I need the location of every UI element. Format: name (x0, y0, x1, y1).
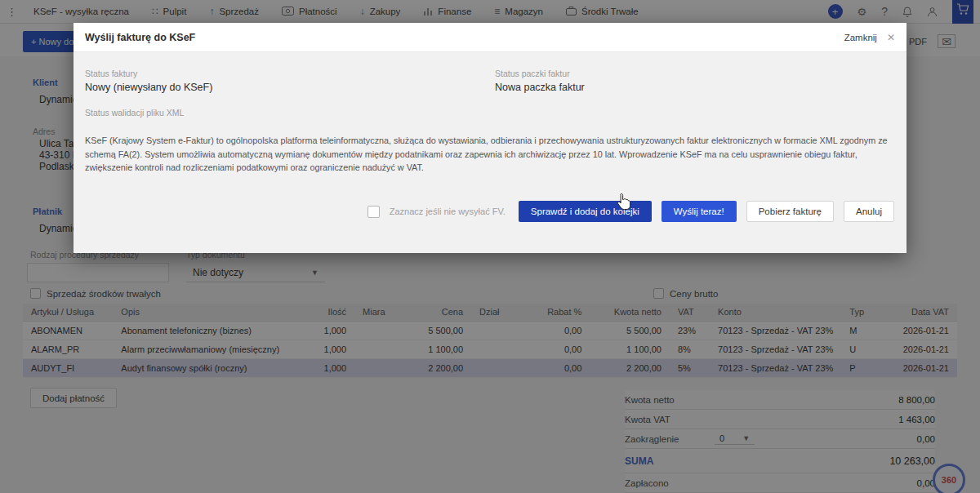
download-invoice-button[interactable]: Pobierz fakturę (746, 201, 834, 222)
modal-header: Wyślij fakturę do KSeF Zamknij ✕ (74, 23, 906, 52)
modal-title: Wyślij fakturę do KSeF (85, 32, 195, 43)
package-status-field: Status paczki faktur Nowa paczka faktur (495, 69, 585, 93)
skip-send-checkbox[interactable] (368, 206, 380, 218)
modal-body: Status faktury Nowy (niewysłany do KSeF)… (74, 52, 906, 253)
ksef-send-modal: Wyślij fakturę do KSeF Zamknij ✕ Status … (74, 23, 906, 253)
status-section: Status faktury Nowy (niewysłany do KSeF)… (85, 69, 895, 134)
modal-actions: Zaznacz jeśli nie wysyłać FV. Sprawdź i … (74, 201, 894, 222)
ksef-description: KSeF (Krajowy System e-Faktur) to ogólno… (85, 134, 893, 175)
check-and-queue-button[interactable]: Sprawdź i dodaj do kolejki (519, 201, 652, 222)
xml-validation-status-field: Status walidacji pliku XML (85, 108, 184, 121)
mouse-cursor (617, 193, 631, 214)
close-icon: ✕ (887, 32, 895, 43)
close-button[interactable]: Zamknij ✕ (844, 32, 895, 43)
send-now-button[interactable]: Wyślij teraz! (662, 201, 737, 222)
cancel-button[interactable]: Anuluj (844, 201, 894, 222)
invoice-status-field: Status faktury Nowy (niewysłany do KSeF) (85, 69, 895, 93)
skip-send-checkbox-label: Zaznacz jeśli nie wysyłać FV. (390, 207, 506, 216)
